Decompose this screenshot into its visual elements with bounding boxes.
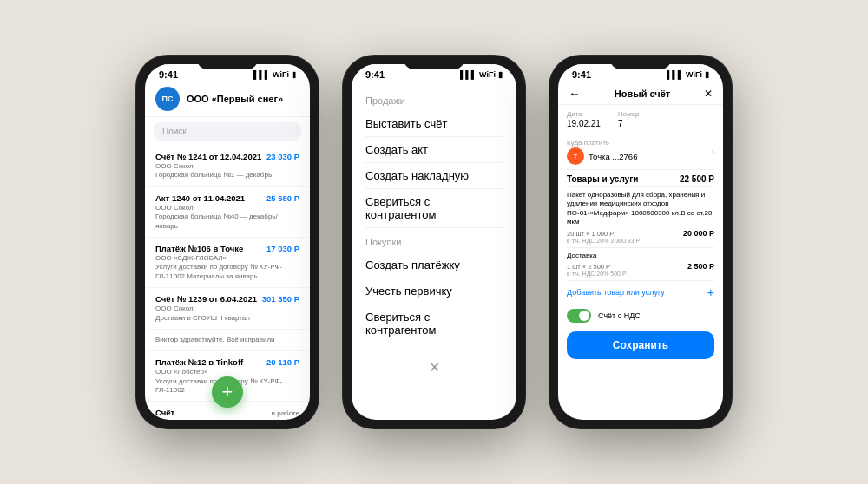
payer-chevron-icon: › bbox=[712, 147, 714, 157]
company-name: ООО «Первый снег» bbox=[187, 94, 283, 104]
status-icons-1: ▌▌▌ WiFi ▮ bbox=[253, 70, 296, 79]
phone3-content: ← Новый счёт ✕ Дата 19.02.21 Номер 7 bbox=[558, 82, 723, 420]
menu-item-reconcile-sales[interactable]: Свериться с контрагентом bbox=[365, 189, 503, 228]
fab-add-button[interactable]: + bbox=[212, 376, 243, 408]
screen-1: 9:41 ▌▌▌ WiFi ▮ ПС ООО «Первый снег» Пои… bbox=[145, 64, 310, 420]
wifi-icon: WiFi bbox=[273, 70, 289, 79]
menu-item-create-invoice-doc[interactable]: Создать накладную bbox=[365, 163, 503, 189]
menu-item-account-primary[interactable]: Учесть первичку bbox=[365, 278, 503, 304]
battery-icon: ▮ bbox=[705, 70, 709, 79]
add-product-icon[interactable]: + bbox=[707, 285, 714, 299]
menu-item-reconcile-purchases[interactable]: Свериться с контрагентом bbox=[365, 304, 503, 343]
list-item[interactable]: Акт 1240 от 11.04.2021 25 680 Р ООО Соко… bbox=[145, 187, 310, 238]
time-2: 9:41 bbox=[365, 69, 385, 80]
back-button[interactable]: ← bbox=[569, 87, 581, 101]
phone-3: 9:41 ▌▌▌ WiFi ▮ ← Новый счёт ✕ Дата bbox=[549, 56, 732, 428]
list-item[interactable]: Виктор здравствуйте. Всё исправили bbox=[145, 330, 310, 351]
payer-avatar: Т bbox=[567, 147, 584, 165]
phone-1: 9:41 ▌▌▌ WiFi ▮ ПС ООО «Первый снег» Пои… bbox=[136, 56, 319, 428]
list-item[interactable]: Счёт № 1241 от 12.04.2021 23 030 Р ООО С… bbox=[145, 146, 310, 187]
vat-toggle-row: Счёт с НДС bbox=[567, 304, 714, 327]
invoice-header: ← Новый счёт ✕ bbox=[558, 82, 723, 105]
menu-item-create-invoice[interactable]: Выставить счёт bbox=[365, 111, 503, 137]
battery-icon: ▮ bbox=[292, 70, 296, 79]
menu-item-create-payment[interactable]: Создать платёжку bbox=[365, 252, 503, 278]
payer-name: Точка ...2766 bbox=[589, 152, 637, 161]
add-product-row[interactable]: Добавить товар или услугу + bbox=[567, 281, 714, 304]
screen-3: 9:41 ▌▌▌ WiFi ▮ ← Новый счёт ✕ Дата bbox=[558, 64, 723, 420]
status-icons-2: ▌▌▌ WiFi ▮ bbox=[460, 70, 503, 79]
search-bar[interactable]: Поиск bbox=[154, 122, 301, 141]
invoice-title: Новый счёт bbox=[581, 88, 704, 99]
menu-section-title-sales: Продажи bbox=[365, 95, 503, 106]
date-field: Дата 19.02.21 bbox=[567, 110, 601, 128]
notch-3 bbox=[610, 56, 671, 69]
wifi-icon: WiFi bbox=[479, 70, 496, 79]
wifi-icon: WiFi bbox=[686, 70, 702, 79]
invoice-body: Дата 19.02.21 Номер 7 Куда платить Т bbox=[558, 105, 723, 420]
phones-container: 9:41 ▌▌▌ WiFi ▮ ПС ООО «Первый снег» Пои… bbox=[119, 38, 749, 446]
status-icons-3: ▌▌▌ WiFi ▮ bbox=[667, 70, 709, 79]
payer-row[interactable]: Куда платить Т Точка ...2766 › bbox=[567, 134, 714, 170]
notch-1 bbox=[197, 56, 258, 69]
battery-icon: ▮ bbox=[498, 70, 503, 79]
menu-item-create-act[interactable]: Создать акт bbox=[365, 137, 503, 163]
phone1-header: ПС ООО «Первый снег» bbox=[145, 82, 310, 117]
phone1-content: ПС ООО «Первый снег» Поиск Счёт № 1241 о… bbox=[145, 82, 310, 420]
avatar-ps: ПС bbox=[155, 87, 180, 111]
goods-section: Товары и услуги 22 500 Р bbox=[567, 170, 714, 187]
signal-icon: ▌▌▌ bbox=[253, 70, 270, 79]
payer-info: Т Точка ...2766 bbox=[567, 147, 712, 165]
invoice-date-row: Дата 19.02.21 Номер 7 bbox=[567, 105, 714, 134]
time-1: 9:41 bbox=[159, 69, 178, 80]
phone2-content: Продажи Выставить счёт Создать акт Созда… bbox=[352, 82, 516, 420]
list-item[interactable]: Платёж №106 в Точке 17 030 Р ООО «СДЖ-ГЛ… bbox=[145, 238, 310, 288]
screen-2: 9:41 ▌▌▌ WiFi ▮ Продажи Выставить счёт С… bbox=[352, 64, 516, 420]
number-field: Номер 7 bbox=[618, 110, 640, 128]
invoice-product[interactable]: Доставка 1 шт × 2 500 Р в т.ч. НДС 20% 5… bbox=[567, 248, 714, 281]
close-menu-button[interactable]: ✕ bbox=[365, 350, 503, 384]
vat-toggle[interactable] bbox=[567, 309, 591, 323]
signal-icon: ▌▌▌ bbox=[667, 70, 683, 79]
save-button[interactable]: Сохранить bbox=[567, 331, 714, 359]
menu-section-title-purchases: Покупки bbox=[365, 237, 503, 247]
phone-2: 9:41 ▌▌▌ WiFi ▮ Продажи Выставить счёт С… bbox=[343, 56, 525, 428]
invoice-product[interactable]: Пакет одноразовый для сбора, хранения и … bbox=[567, 187, 714, 248]
signal-icon: ▌▌▌ bbox=[460, 70, 477, 79]
list-item[interactable]: Счёт № 1239 от 6.04.2021 301 350 Р ООО С… bbox=[145, 288, 310, 330]
vat-label: Счёт с НДС bbox=[598, 311, 641, 320]
close-invoice-button[interactable]: ✕ bbox=[704, 88, 713, 100]
time-3: 9:41 bbox=[572, 69, 591, 80]
notch-2 bbox=[404, 56, 464, 69]
